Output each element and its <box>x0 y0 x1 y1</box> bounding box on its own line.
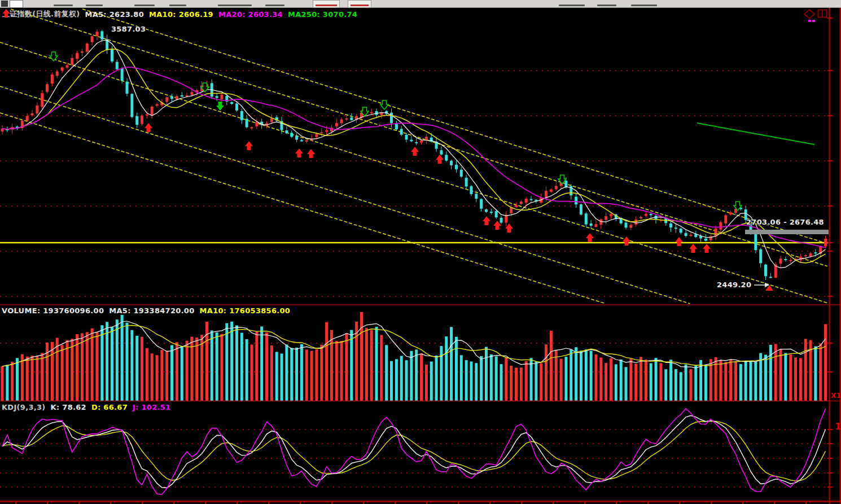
diamond-icon[interactable] <box>804 10 814 19</box>
trading-app-window: { "main_legend": { "title": "上证指数(日线.前复权… <box>0 0 841 504</box>
kdj-name-label: KDJ(9,3,3) <box>2 403 46 411</box>
low-price-label: 2449.20 <box>717 281 751 289</box>
toolbar-text-stub[interactable] <box>218 5 252 6</box>
toolbar-text-stub[interactable] <box>559 5 585 6</box>
volume-panel[interactable] <box>0 305 830 401</box>
selection-handle-dot[interactable] <box>812 20 815 22</box>
kdj-d-label: D: 66.67 <box>91 403 128 411</box>
toolbar-text-stub[interactable] <box>265 5 284 6</box>
ma5-label: MA5: 2623.80 <box>85 10 144 19</box>
kdj-k-label: K: 78.62 <box>51 403 86 411</box>
top-toolbar <box>0 0 841 8</box>
kdj-scale-partial-label: 1 <box>835 421 841 432</box>
kdj-j-label: J: 102.51 <box>133 403 170 411</box>
ma250-label: MA250: 3070.74 <box>288 10 357 19</box>
chart-title: 上证指数(日线.前复权) <box>2 9 80 19</box>
toolbar-text-stub[interactable] <box>86 5 103 6</box>
kdj-legend: KDJ(9,3,3) K: 78.62 D: 66.67 J: 102.51 <box>2 403 170 411</box>
kdj-panel[interactable] <box>0 401 830 502</box>
main-chart-legend: 上证指数(日线.前复权) MA5: 2623.80 MA10: 2606.19 … <box>2 9 357 19</box>
toolbar-text-stub[interactable] <box>169 5 186 6</box>
volume-label: VOLUME: 193760096.00 <box>2 306 104 315</box>
ma20-label: MA20: 2603.34 <box>218 10 283 19</box>
toolbar-button-stub[interactable] <box>348 0 371 8</box>
up-arrow-icon <box>2 9 10 17</box>
ma10-label: MA10: 2606.19 <box>149 10 213 19</box>
volume-legend: VOLUME: 193760096.00 MA5: 193384720.00 M… <box>2 306 290 315</box>
volume-scale-label: X1 <box>831 392 841 400</box>
gap-range-label: 2703.06 - 2676.48 <box>746 218 824 226</box>
toolbar-text-stub[interactable] <box>631 5 657 6</box>
selection-handle-dot[interactable] <box>808 20 811 22</box>
toolbar-button-stub[interactable] <box>313 0 340 8</box>
peak-price-label: 3587.03 <box>111 25 146 33</box>
toolbar-icon-stub-dark[interactable] <box>1 1 8 7</box>
volume-ma5-label: MA5: 193384720.00 <box>109 306 194 315</box>
chart-tool-icons <box>801 8 830 24</box>
main-chart-panel[interactable] <box>0 8 830 305</box>
toolbar-text-stub[interactable] <box>134 5 155 6</box>
volume-ma10-label: MA10: 176053856.00 <box>200 306 291 315</box>
toolbar-icon-stub-white[interactable] <box>10 0 23 8</box>
toolbar-text-stub[interactable] <box>54 5 73 6</box>
toolbar-text-stub[interactable] <box>597 5 616 6</box>
